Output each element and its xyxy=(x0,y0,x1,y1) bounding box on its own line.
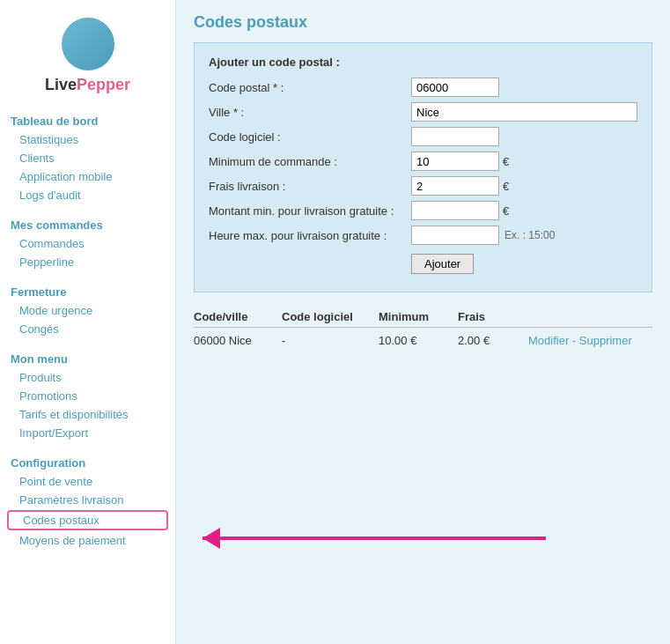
table-header: Code/ville Code logiciel Minimum Frais xyxy=(194,307,652,328)
label-ville: Ville * : xyxy=(209,106,411,119)
sidebar-item-clients[interactable]: Clients xyxy=(0,149,175,167)
nav-section-configuration: Configuration xyxy=(0,449,175,472)
sidebar-item-codes-postaux[interactable]: Codes postaux xyxy=(7,510,168,530)
col-header-minimum: Minimum xyxy=(379,310,458,323)
form-row-code-logiciel: Code logiciel : xyxy=(209,127,637,146)
euro-frais: € xyxy=(503,180,509,193)
form-row-montant-min: Montant min. pour livraison gratuite : € xyxy=(209,201,637,220)
form-row-heure-max: Heure max. pour livraison gratuite : Ex.… xyxy=(209,226,637,245)
col-header-codelogiciel: Code logiciel xyxy=(282,310,379,323)
sidebar-item-conges[interactable]: Congés xyxy=(0,320,175,338)
input-code-logiciel[interactable] xyxy=(411,127,499,146)
label-minimum: Minimum de commande : xyxy=(209,155,411,168)
label-heure-max: Heure max. pour livraison gratuite : xyxy=(209,229,411,242)
sidebar-item-produits[interactable]: Produits xyxy=(0,368,175,387)
sidebar-item-pepperline[interactable]: Pepperline xyxy=(0,253,175,271)
sidebar-item-application-mobile[interactable]: Application mobile xyxy=(0,167,175,186)
label-frais: Frais livraison : xyxy=(209,180,411,193)
form-row-minimum: Minimum de commande : € xyxy=(209,152,637,171)
sidebar-item-logs-audit[interactable]: Logs d'audit xyxy=(0,186,175,204)
form-row-button: Ajouter xyxy=(209,250,637,274)
label-code-postal: Code postal * : xyxy=(209,81,411,94)
logo-text: LivePepper xyxy=(9,76,166,94)
sidebar-item-moyens-paiement[interactable]: Moyens de paiement xyxy=(0,531,175,550)
form-panel: Ajouter un code postal : Code postal * :… xyxy=(194,42,652,292)
form-panel-title: Ajouter un code postal : xyxy=(209,56,637,69)
sidebar-item-mode-urgence[interactable]: Mode urgence xyxy=(0,301,175,320)
input-frais[interactable] xyxy=(411,176,499,196)
sidebar: LivePepper Tableau de bord Statistiques … xyxy=(0,0,176,644)
cell-codelogiciel: - xyxy=(282,334,379,347)
input-minimum[interactable] xyxy=(411,152,499,171)
cell-actions[interactable]: Modifier - Supprimer xyxy=(528,334,632,347)
form-row-ville: Ville * : xyxy=(209,102,637,122)
data-table: Code/ville Code logiciel Minimum Frais 0… xyxy=(194,307,652,350)
sidebar-item-parametres-livraison[interactable]: Paramètres livraison xyxy=(0,491,175,509)
input-ville[interactable] xyxy=(411,102,637,122)
page-title: Codes postaux xyxy=(194,13,652,32)
form-row-frais: Frais livraison : € xyxy=(209,176,637,196)
nav-section-mes-commandes: Mes commandes xyxy=(0,211,175,234)
label-montant-min: Montant min. pour livraison gratuite : xyxy=(209,204,411,218)
sidebar-item-promotions[interactable]: Promotions xyxy=(0,387,175,405)
sidebar-item-commandes[interactable]: Commandes xyxy=(0,234,175,253)
label-code-logiciel: Code logiciel : xyxy=(209,130,411,144)
table-row: 06000 Nice - 10.00 € 2.00 € Modifier - S… xyxy=(194,331,652,350)
sidebar-item-import-export[interactable]: Import/Export xyxy=(0,424,175,442)
main-content: Codes postaux Ajouter un code postal : C… xyxy=(176,0,670,644)
input-heure-max[interactable] xyxy=(411,226,499,245)
input-code-postal[interactable] xyxy=(411,78,499,97)
form-row-code-postal: Code postal * : xyxy=(209,78,637,97)
nav-section-tableau-de-bord: Tableau de bord xyxy=(0,107,175,130)
hint-heure-max: Ex. : 15:00 xyxy=(504,229,555,241)
cell-codeville: 06000 Nice xyxy=(194,334,282,347)
sidebar-item-statistiques[interactable]: Statistiques xyxy=(0,130,175,149)
ajouter-button[interactable]: Ajouter xyxy=(411,254,474,274)
logo-area: LivePepper xyxy=(0,9,175,107)
sidebar-item-point-de-vente[interactable]: Point de vente xyxy=(0,472,175,491)
input-montant-min[interactable] xyxy=(411,201,499,220)
euro-montant-min: € xyxy=(503,204,509,218)
logo-circle xyxy=(62,18,114,70)
col-header-codeville: Code/ville xyxy=(194,310,282,323)
col-header-frais: Frais xyxy=(458,310,528,323)
nav-section-mon-menu: Mon menu xyxy=(0,345,175,368)
euro-minimum: € xyxy=(503,155,509,168)
cell-frais: 2.00 € xyxy=(458,334,528,347)
nav-section-fermeture: Fermeture xyxy=(0,278,175,301)
cell-minimum: 10.00 € xyxy=(379,334,458,347)
sidebar-item-tarifs[interactable]: Tarifs et disponibilités xyxy=(0,405,175,424)
